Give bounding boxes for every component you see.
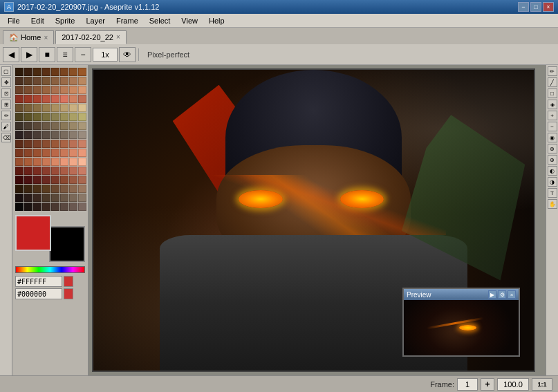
palette-cell-64[interactable] (15, 140, 24, 148)
palette-cell-37[interactable] (60, 104, 68, 112)
canvas-area[interactable]: Preview ▶ ⚙ × (89, 65, 546, 375)
rt-rect-tool[interactable]: □ (548, 88, 557, 98)
palette-cell-109[interactable] (60, 185, 68, 193)
palette-cell-14[interactable] (69, 77, 77, 85)
palette-cell-79[interactable] (78, 149, 86, 157)
rt-eyedropper-tool[interactable]: ◉ (548, 133, 557, 142)
maximize-button[interactable]: □ (530, 2, 541, 12)
palette-cell-40[interactable] (15, 113, 24, 121)
tool-pencil[interactable]: ✏ (1, 111, 11, 120)
rt-zoom-plus[interactable]: + (548, 111, 557, 120)
palette-cell-53[interactable] (60, 122, 68, 130)
palette-cell-21[interactable] (60, 86, 68, 94)
palette-cell-92[interactable] (51, 167, 59, 175)
palette-cell-2[interactable] (33, 68, 41, 76)
rt-pencil-tool[interactable]: ✏ (548, 66, 557, 76)
palette-cell-52[interactable] (51, 122, 59, 130)
palette-cell-69[interactable] (60, 140, 68, 148)
menu-item-view[interactable]: View (176, 15, 203, 27)
scroll-indicator[interactable]: 1:1 (532, 378, 552, 391)
fg-hex-input[interactable] (15, 276, 62, 287)
palette-cell-0[interactable] (15, 68, 24, 76)
palette-cell-78[interactable] (69, 149, 77, 157)
menu-item-edit[interactable]: Edit (26, 15, 49, 27)
frame-input[interactable] (457, 378, 478, 391)
palette-cell-15[interactable] (78, 77, 86, 85)
minus-button[interactable]: − (75, 47, 91, 62)
rt-line-tool[interactable]: ╱ (548, 77, 557, 87)
tab-home-close[interactable]: × (44, 35, 48, 41)
preview-close-button[interactable]: × (508, 290, 516, 299)
rt-blur-tool[interactable]: ⊛ (548, 144, 557, 153)
palette-cell-127[interactable] (78, 203, 86, 211)
palette-cell-125[interactable] (60, 203, 68, 211)
palette-cell-47[interactable] (78, 113, 86, 121)
palette-cell-103[interactable] (78, 176, 86, 184)
palette-cell-74[interactable] (33, 149, 41, 157)
tab-document-close[interactable]: × (116, 34, 120, 41)
palette-cell-121[interactable] (24, 203, 32, 211)
palette-cell-22[interactable] (69, 86, 77, 94)
palette-cell-59[interactable] (42, 131, 50, 139)
palette-cell-98[interactable] (33, 176, 41, 184)
palette-cell-65[interactable] (24, 140, 32, 148)
palette-cell-68[interactable] (51, 140, 59, 148)
palette-cell-50[interactable] (33, 122, 41, 130)
palette-cell-42[interactable] (33, 113, 41, 121)
palette-cell-67[interactable] (42, 140, 50, 148)
palette-cell-33[interactable] (24, 104, 32, 112)
view-mode-button[interactable]: 👁 (119, 47, 136, 62)
preview-settings-button[interactable]: ⚙ (498, 290, 506, 299)
palette-cell-9[interactable] (24, 77, 32, 85)
palette-cell-116[interactable] (51, 194, 59, 202)
palette-cell-7[interactable] (78, 68, 86, 76)
palette-cell-38[interactable] (69, 104, 77, 112)
palette-cell-102[interactable] (69, 176, 77, 184)
palette-cell-48[interactable] (15, 122, 24, 130)
menu-item-file[interactable]: File (3, 15, 25, 27)
palette-cell-56[interactable] (15, 131, 24, 139)
palette-cell-114[interactable] (33, 194, 41, 202)
palette-cell-66[interactable] (33, 140, 41, 148)
palette-cell-95[interactable] (78, 167, 86, 175)
layers-button[interactable]: ≡ (57, 47, 73, 62)
palette-cell-3[interactable] (42, 68, 50, 76)
palette-cell-87[interactable] (78, 158, 86, 166)
palette-cell-55[interactable] (78, 122, 86, 130)
palette-cell-105[interactable] (24, 185, 32, 193)
palette-cell-24[interactable] (15, 95, 24, 103)
rt-smudge-tool[interactable]: ⊕ (548, 155, 557, 165)
palette-cell-85[interactable] (60, 158, 68, 166)
rt-dodge-tool[interactable]: ◐ (548, 166, 557, 176)
palette-cell-62[interactable] (69, 131, 77, 139)
palette-cell-26[interactable] (33, 95, 41, 103)
palette-cell-11[interactable] (42, 77, 50, 85)
forward-button[interactable]: ▶ (21, 47, 37, 62)
tool-crop[interactable]: ⊡ (1, 88, 11, 98)
palette-cell-12[interactable] (51, 77, 59, 85)
preview-play-button[interactable]: ▶ (488, 290, 496, 299)
rt-zoom-minus[interactable]: − (548, 122, 557, 131)
palette-cell-57[interactable] (24, 131, 32, 139)
palette-cell-18[interactable] (33, 86, 41, 94)
palette-cell-94[interactable] (69, 167, 77, 175)
palette-cell-115[interactable] (42, 194, 50, 202)
palette-cell-80[interactable] (15, 158, 24, 166)
fg-color-swatch[interactable] (15, 215, 51, 251)
palette-cell-108[interactable] (51, 185, 59, 193)
tool-eraser[interactable]: ⌫ (1, 133, 11, 142)
back-button[interactable]: ◀ (3, 47, 19, 62)
palette-cell-43[interactable] (42, 113, 50, 121)
palette-cell-88[interactable] (15, 167, 24, 175)
palette-cell-46[interactable] (69, 113, 77, 121)
rt-burn-tool[interactable]: ◑ (548, 177, 557, 187)
palette-cell-90[interactable] (33, 167, 41, 175)
palette-cell-13[interactable] (60, 77, 68, 85)
tab-home[interactable]: 🏠 Home × (3, 30, 54, 44)
palette-cell-97[interactable] (24, 176, 32, 184)
palette-cell-73[interactable] (24, 149, 32, 157)
palette-cell-30[interactable] (69, 95, 77, 103)
minimize-button[interactable]: − (518, 2, 529, 12)
bg-hex-input[interactable] (15, 288, 62, 299)
close-button[interactable]: × (543, 2, 554, 12)
